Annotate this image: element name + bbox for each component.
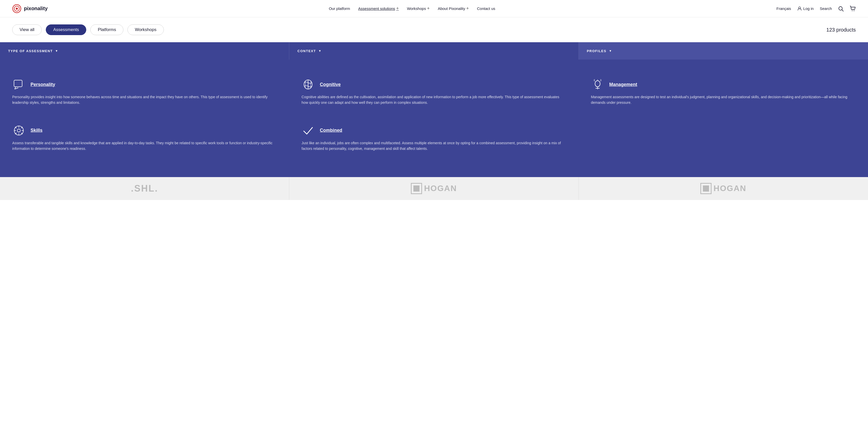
skills-description: Assess transferable and tangible skills … <box>12 140 277 152</box>
hogan-logo-text-2: HOGAN <box>714 184 746 193</box>
svg-point-2 <box>16 8 18 10</box>
combined-title[interactable]: Combined <box>320 128 342 133</box>
main-nav: pixonality Our platform Assessment solut… <box>0 0 868 17</box>
assessment-grid: Personality Personality provides insight… <box>0 60 868 177</box>
nav-item-contact[interactable]: Contact us <box>477 6 495 11</box>
svg-line-5 <box>842 10 844 11</box>
language-switch[interactable]: Français <box>776 6 791 11</box>
brand-hogan-2: HOGAN <box>579 177 868 200</box>
plus-icon: + <box>427 6 430 11</box>
svg-point-13 <box>17 129 20 132</box>
cognitive-icon <box>302 78 315 91</box>
user-icon <box>797 6 802 11</box>
cognitive-description: Cognitive abilities are defined as the c… <box>302 94 566 105</box>
combined-description: Just like an individual, jobs are often … <box>302 140 566 152</box>
shl-logo: .SHL. <box>131 183 158 194</box>
search-text[interactable]: Search <box>820 6 832 11</box>
product-count: 123 products <box>826 27 856 33</box>
combined-icon <box>302 124 315 137</box>
nav-item-workshops[interactable]: Workshops + <box>407 6 430 11</box>
hogan-logo-icon-2 <box>700 183 712 194</box>
plus-icon: + <box>396 6 399 11</box>
hogan-logo-icon-1 <box>411 183 422 194</box>
chevron-down-icon: ▾ <box>319 49 321 53</box>
assessment-item-empty <box>579 116 868 162</box>
assessment-item-management: Management Management assessments are de… <box>579 70 868 116</box>
nav-item-about[interactable]: About Pixonality + <box>438 6 469 11</box>
assessment-item-combined: Combined Just like an individual, jobs a… <box>289 116 579 162</box>
cart-icon <box>850 6 856 11</box>
pill-workshops[interactable]: Workshops <box>127 24 164 35</box>
brand-hogan-1: HOGAN <box>289 177 579 200</box>
filter-pills: View all Assessments Platforms Workshops <box>12 24 164 35</box>
search-icon <box>838 6 844 11</box>
management-title[interactable]: Management <box>609 82 637 87</box>
svg-point-6 <box>852 10 853 11</box>
skills-icon <box>12 124 25 137</box>
brand-logos: .SHL. HOGAN HOGAN <box>0 177 868 200</box>
hogan-logo-text-1: HOGAN <box>424 184 457 193</box>
management-icon <box>591 78 604 91</box>
nav-links: Our platform Assessment solutions + Work… <box>329 6 495 11</box>
personality-icon <box>12 78 25 91</box>
pill-view-all[interactable]: View all <box>12 24 42 35</box>
filter-panel-type[interactable]: TYPE OF ASSESSMENT ▾ <box>0 42 289 60</box>
chevron-down-icon: ▾ <box>610 49 612 53</box>
logo[interactable]: pixonality <box>12 4 48 13</box>
cart-icon-button[interactable] <box>850 6 856 11</box>
personality-title[interactable]: Personality <box>31 82 55 87</box>
nav-right: Français Log in Search <box>776 6 856 11</box>
login-button[interactable]: Log in <box>797 6 814 11</box>
plus-icon: + <box>466 6 469 11</box>
assessment-item-personality: Personality Personality provides insight… <box>0 70 289 116</box>
filter-bar: View all Assessments Platforms Workshops… <box>0 17 868 42</box>
assessment-item-cognitive: Cognitive Cognitive abilities are define… <box>289 70 579 116</box>
svg-rect-8 <box>14 80 22 87</box>
filter-panel-profiles[interactable]: PROFILES ▾ <box>579 42 868 60</box>
chevron-down-icon: ▾ <box>56 49 58 53</box>
nav-item-platform[interactable]: Our platform <box>329 6 350 11</box>
filter-panel-context[interactable]: CONTEXT ▾ <box>289 42 579 60</box>
logo-text: pixonality <box>24 6 48 11</box>
personality-description: Personality provides insight into how so… <box>12 94 277 105</box>
pill-platforms[interactable]: Platforms <box>90 24 123 35</box>
cognitive-title[interactable]: Cognitive <box>320 82 341 87</box>
filter-panels: TYPE OF ASSESSMENT ▾ CONTEXT ▾ PROFILES … <box>0 42 868 60</box>
skills-title[interactable]: Skills <box>31 128 42 133</box>
pill-assessments[interactable]: Assessments <box>46 24 86 35</box>
logo-icon <box>12 4 21 13</box>
assessment-item-skills: Skills Assess transferable and tangible … <box>0 116 289 162</box>
nav-item-assessment-solutions[interactable]: Assessment solutions + <box>358 6 399 11</box>
management-description: Management assessments are designed to t… <box>591 94 856 105</box>
search-icon-button[interactable] <box>838 6 844 11</box>
brand-shl: .SHL. <box>0 177 289 200</box>
svg-point-7 <box>854 10 855 11</box>
svg-point-11 <box>595 81 600 87</box>
